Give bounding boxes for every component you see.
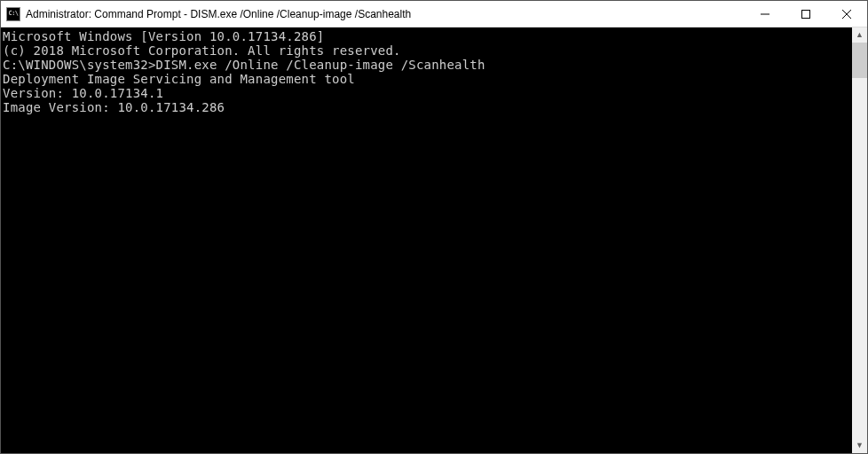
vertical-scrollbar[interactable]: ▲ ▼: [852, 27, 867, 453]
window-controls: [745, 1, 867, 27]
output-line: (c) 2018 Microsoft Corporation. All righ…: [3, 43, 852, 58]
app-icon: C:\: [6, 7, 20, 21]
scroll-track[interactable]: [852, 43, 867, 438]
scroll-up-button[interactable]: ▲: [852, 27, 867, 43]
chevron-down-icon: ▼: [856, 442, 864, 450]
svg-rect-1: [802, 10, 810, 18]
window-title: Administrator: Command Prompt - DISM.exe…: [26, 8, 745, 20]
output-line: Deployment Image Servicing and Managemen…: [3, 72, 852, 86]
maximize-icon: [801, 10, 810, 19]
prompt-line: C:\WINDOWS\system32>DISM.exe /Online /Cl…: [3, 58, 852, 72]
titlebar[interactable]: C:\ Administrator: Command Prompt - DISM…: [1, 1, 867, 27]
close-button[interactable]: [826, 1, 867, 27]
scroll-down-button[interactable]: ▼: [852, 438, 867, 453]
maximize-button[interactable]: [785, 1, 826, 27]
client-area: Microsoft Windows [Version 10.0.17134.28…: [1, 27, 867, 453]
app-icon-label: C:\: [8, 11, 18, 17]
output-line: Microsoft Windows [Version 10.0.17134.28…: [3, 29, 852, 43]
terminal-output[interactable]: Microsoft Windows [Version 10.0.17134.28…: [1, 27, 852, 453]
scroll-thumb[interactable]: [852, 43, 867, 78]
output-line: Version: 10.0.17134.1: [3, 86, 852, 100]
output-line: Image Version: 10.0.17134.286: [3, 100, 852, 114]
minimize-button[interactable]: [745, 1, 785, 27]
command-prompt-window: C:\ Administrator: Command Prompt - DISM…: [0, 0, 868, 454]
minimize-icon: [761, 10, 769, 19]
close-icon: [842, 10, 851, 19]
chevron-up-icon: ▲: [856, 31, 864, 39]
